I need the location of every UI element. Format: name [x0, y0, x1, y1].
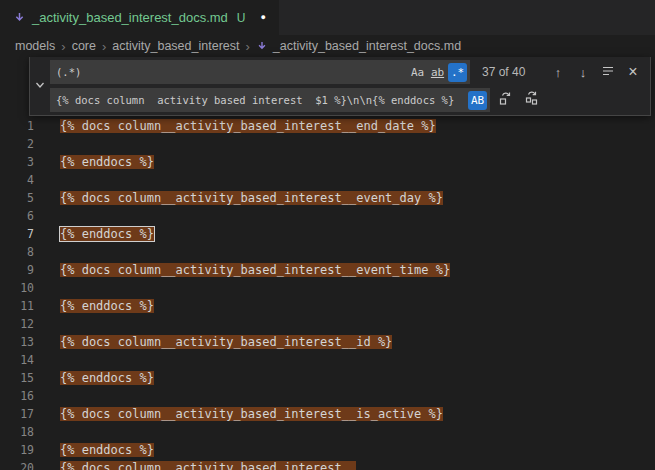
find-match-highlight: {% docs column__activity_based_interest_…: [60, 407, 443, 421]
line-text: {% docs column__activity_based_interest_…: [60, 189, 443, 207]
replace-row: AB: [50, 88, 646, 112]
line-number: 15: [0, 369, 34, 387]
results-count: 37 of 40: [474, 65, 533, 79]
previous-match-button[interactable]: ↑: [547, 61, 569, 83]
line-number: 9: [0, 261, 34, 279]
arrow-up-icon: ↑: [555, 65, 562, 80]
markdown-file-icon: [13, 11, 26, 24]
line-number: 7: [0, 225, 34, 243]
find-match-highlight: {% enddocs %}: [60, 299, 154, 313]
editor-line[interactable]: 4: [0, 171, 655, 189]
line-text: {% docs column__activity_based_interest_…: [60, 117, 436, 135]
find-match-highlight: {% docs column__activity_based_interest_…: [60, 461, 356, 470]
line-text: {% enddocs %}: [60, 441, 154, 459]
line-number: 20: [0, 459, 34, 470]
replace-icon: [498, 91, 513, 109]
find-input[interactable]: [50, 60, 408, 84]
close-find-button[interactable]: ×: [622, 61, 644, 83]
editor-line[interactable]: 11{% enddocs %}: [0, 297, 655, 315]
arrow-down-icon: ↓: [580, 65, 587, 80]
line-number: 8: [0, 243, 34, 261]
line-text: {% docs column__activity_based_interest_…: [60, 405, 443, 423]
editor-line[interactable]: 15{% enddocs %}: [0, 369, 655, 387]
next-match-button[interactable]: ↓: [572, 61, 594, 83]
line-number: 4: [0, 171, 34, 189]
chevron-down-icon: [34, 77, 46, 95]
replace-input[interactable]: [50, 88, 468, 112]
unsaved-changes-icon[interactable]: ●: [261, 13, 266, 22]
editor-line[interactable]: 18: [0, 423, 655, 441]
whole-word-button[interactable]: ab: [428, 63, 447, 82]
line-text: {% docs column__activity_based_interest_…: [60, 459, 356, 470]
replace-all-icon: [524, 91, 539, 109]
line-number: 11: [0, 297, 34, 315]
git-status-badge: U: [237, 11, 246, 25]
chevron-right-icon: ›: [61, 39, 65, 54]
line-number: 10: [0, 279, 34, 297]
preserve-case-button[interactable]: AB: [468, 91, 487, 110]
editor-line[interactable]: 7{% enddocs %}: [0, 225, 655, 243]
find-match-highlight: {% enddocs %}: [60, 155, 154, 169]
find-replace-widget: Aa ab .* 37 of 40 ↑ ↓ × AB: [29, 57, 651, 116]
line-number: 13: [0, 333, 34, 351]
close-icon: ×: [628, 63, 637, 81]
editor-line[interactable]: 3{% enddocs %}: [0, 153, 655, 171]
find-input-box: Aa ab .*: [50, 60, 470, 84]
chevron-right-icon: ›: [245, 39, 249, 54]
line-number: 5: [0, 189, 34, 207]
editor-line[interactable]: 5{% docs column__activity_based_interest…: [0, 189, 655, 207]
line-number: 12: [0, 315, 34, 333]
chevron-right-icon: ›: [102, 39, 106, 54]
breadcrumb: models › core › activity_based_interest …: [0, 35, 655, 57]
editor-line[interactable]: 1{% docs column__activity_based_interest…: [0, 117, 655, 135]
find-row: Aa ab .* 37 of 40 ↑ ↓ ×: [50, 60, 646, 84]
tab-bar: _activity_based_interest_docs.md U ●: [0, 0, 655, 35]
match-case-button[interactable]: Aa: [408, 63, 427, 82]
line-text: {% docs column__activity_based_interest_…: [60, 333, 392, 351]
editor-line[interactable]: 8: [0, 243, 655, 261]
line-number: 3: [0, 153, 34, 171]
replace-all-button[interactable]: [520, 89, 542, 111]
editor-line[interactable]: 9{% docs column__activity_based_interest…: [0, 261, 655, 279]
breadcrumb-item-models[interactable]: models: [15, 39, 55, 53]
toggle-replace-button[interactable]: [30, 57, 50, 115]
editor[interactable]: 1{% docs column__activity_based_interest…: [0, 57, 655, 470]
tab-filename: _activity_based_interest_docs.md: [32, 10, 228, 25]
find-match-highlight: {% docs column__activity_based_interest_…: [60, 335, 392, 349]
editor-line[interactable]: 19{% enddocs %}: [0, 441, 655, 459]
line-number: 16: [0, 387, 34, 405]
find-in-selection-button[interactable]: [597, 61, 619, 83]
find-match-highlight: {% enddocs %}: [60, 227, 154, 241]
breadcrumb-file[interactable]: _activity_based_interest_docs.md: [256, 39, 461, 53]
tab-active-file[interactable]: _activity_based_interest_docs.md U ●: [0, 0, 279, 35]
replace-input-box: AB: [50, 88, 490, 112]
line-text: {% docs column__activity_based_interest_…: [60, 261, 450, 279]
editor-line[interactable]: 13{% docs column__activity_based_interes…: [0, 333, 655, 351]
line-text: {% enddocs %}: [60, 225, 154, 243]
editor-line[interactable]: 10: [0, 279, 655, 297]
find-match-highlight: {% enddocs %}: [60, 371, 154, 385]
editor-line[interactable]: 14: [0, 351, 655, 369]
line-number: 14: [0, 351, 34, 369]
line-text: {% enddocs %}: [60, 369, 154, 387]
line-text: {% enddocs %}: [60, 297, 154, 315]
line-number: 6: [0, 207, 34, 225]
editor-line[interactable]: 16: [0, 387, 655, 405]
editor-line[interactable]: 20{% docs column__activity_based_interes…: [0, 459, 655, 470]
find-nav-group: ↑ ↓ ×: [547, 61, 644, 83]
line-number: 19: [0, 441, 34, 459]
find-match-highlight: {% docs column__activity_based_interest_…: [60, 263, 450, 277]
breadcrumb-item-activity-based-interest[interactable]: activity_based_interest: [112, 39, 239, 53]
breadcrumb-file-label: _activity_based_interest_docs.md: [273, 39, 461, 53]
editor-line[interactable]: 6: [0, 207, 655, 225]
line-number: 18: [0, 423, 34, 441]
line-number: 2: [0, 135, 34, 153]
regex-button[interactable]: .*: [448, 63, 467, 82]
replace-button[interactable]: [494, 89, 516, 111]
find-match-highlight: {% docs column__activity_based_interest_…: [60, 119, 436, 133]
editor-lines: 1{% docs column__activity_based_interest…: [0, 57, 655, 470]
editor-line[interactable]: 17{% docs column__activity_based_interes…: [0, 405, 655, 423]
breadcrumb-item-core[interactable]: core: [72, 39, 96, 53]
editor-line[interactable]: 2: [0, 135, 655, 153]
editor-line[interactable]: 12: [0, 315, 655, 333]
